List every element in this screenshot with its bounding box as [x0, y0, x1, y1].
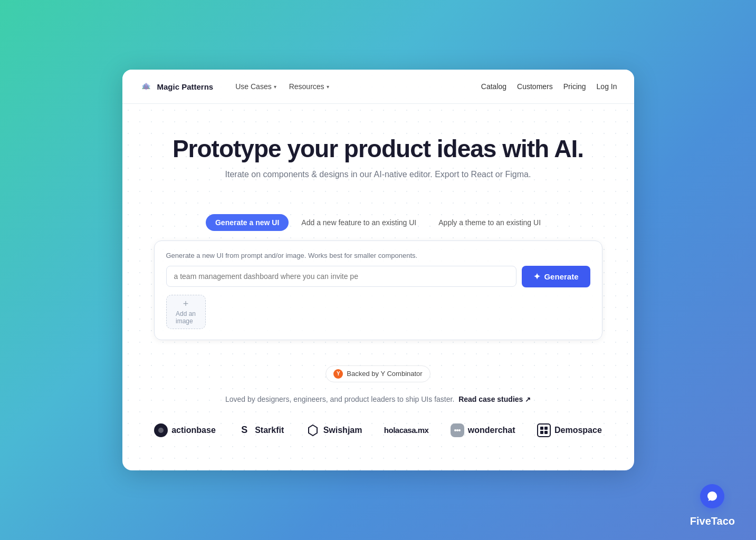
starkfit-icon: S — [237, 423, 251, 437]
svg-rect-9 — [540, 431, 543, 434]
prompt-hint: Generate a new UI from prompt and/or ima… — [166, 252, 590, 259]
logo-link[interactable]: Magic Patterns — [139, 80, 214, 93]
logo-actionbase: actionbase — [154, 423, 216, 437]
chat-bubble-button[interactable] — [700, 484, 724, 508]
wonderchat-icon — [451, 423, 464, 437]
nav-pricing[interactable]: Pricing — [563, 82, 586, 91]
fivetaco-badge: FiveTaco — [690, 515, 735, 527]
hero-title: Prototype your product ideas with AI. — [143, 136, 613, 162]
main-card: Magic Patterns Use Cases ▾ Resources ▾ C… — [122, 70, 634, 470]
svg-point-5 — [456, 429, 458, 431]
logo-swishjam: Swishjam — [306, 423, 362, 437]
logo-icon — [139, 80, 153, 93]
chat-icon — [706, 490, 718, 502]
svg-point-4 — [454, 429, 456, 431]
logo-wonderchat: wonderchat — [451, 423, 515, 437]
sparkle-icon: ✦ — [533, 272, 540, 282]
tab-generate-new[interactable]: Generate a new UI — [206, 214, 289, 231]
generate-button[interactable]: ✦ Generate — [522, 266, 590, 287]
hero-subtitle: Iterate on components & designs in our A… — [143, 170, 613, 179]
nav-login[interactable]: Log In — [597, 82, 617, 91]
yc-icon: Y — [333, 369, 343, 379]
navbar: Magic Patterns Use Cases ▾ Resources ▾ C… — [122, 70, 634, 104]
svg-rect-10 — [544, 431, 548, 434]
svg-rect-8 — [544, 427, 548, 430]
prompt-input[interactable] — [166, 266, 517, 287]
chevron-down-icon: ▾ — [274, 84, 276, 90]
yc-badge: Y Backed by Y Combinator — [326, 365, 430, 382]
logo-starkfit: S Starkfit — [237, 423, 284, 437]
logo-holacasa: holacasa.mx — [384, 426, 429, 435]
svg-point-6 — [458, 429, 461, 431]
hero-section: Prototype your product ideas with AI. It… — [122, 104, 634, 214]
logo-text: Magic Patterns — [157, 82, 214, 91]
nav-resources[interactable]: Resources ▾ — [284, 79, 334, 94]
demospace-icon — [537, 423, 551, 437]
chevron-down-icon: ▾ — [327, 84, 329, 90]
actionbase-icon — [154, 423, 168, 437]
read-case-studies-link[interactable]: Read case studies — [458, 395, 531, 403]
svg-rect-7 — [540, 427, 543, 430]
tab-apply-theme[interactable]: Apply a theme to an existing UI — [429, 214, 550, 231]
svg-point-2 — [158, 428, 164, 433]
tabs-row: Generate a new UI Add a new feature to a… — [122, 214, 634, 231]
trust-section: Y Backed by Y Combinator Loved by design… — [122, 351, 634, 414]
loved-text: Loved by designers, engineers, and produ… — [122, 395, 634, 403]
swishjam-icon — [306, 423, 320, 437]
add-image-label: Add animage — [176, 310, 196, 325]
logo-demospace: Demospace — [537, 423, 602, 437]
prompt-input-row: ✦ Generate — [166, 266, 590, 287]
nav-catalog[interactable]: Catalog — [481, 82, 506, 91]
prompt-card: Generate a new UI from prompt and/or ima… — [154, 240, 602, 340]
tab-add-feature[interactable]: Add a new feature to an existing UI — [292, 214, 426, 231]
add-image-button[interactable]: + Add animage — [166, 295, 206, 329]
plus-icon: + — [183, 299, 189, 308]
nav-right: Catalog Customers Pricing Log In — [481, 82, 617, 91]
page-wrapper: Magic Patterns Use Cases ▾ Resources ▾ C… — [0, 0, 756, 540]
nav-use-cases[interactable]: Use Cases ▾ — [230, 79, 281, 94]
nav-customers[interactable]: Customers — [517, 82, 553, 91]
nav-left: Magic Patterns Use Cases ▾ Resources ▾ — [139, 79, 481, 94]
logos-bar: actionbase S Starkfit Swishjam holacasa.… — [122, 414, 634, 456]
